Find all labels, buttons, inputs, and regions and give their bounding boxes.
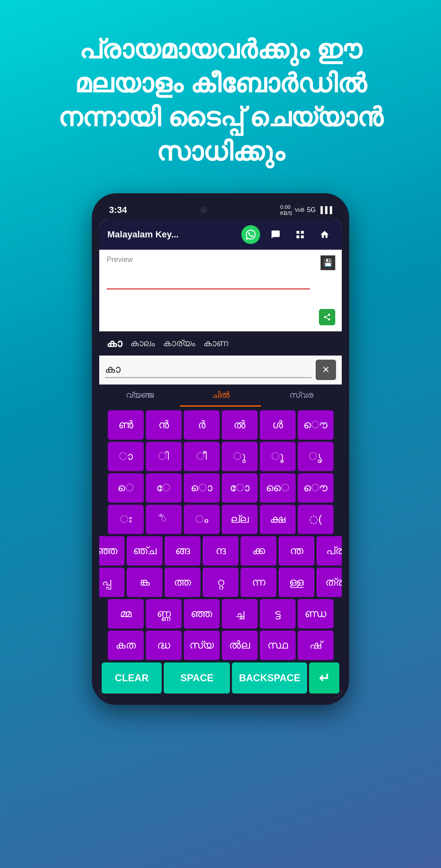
- key-ntha[interactable]: ന്ത: [278, 536, 314, 566]
- preview-label: Preview: [107, 255, 334, 264]
- key-visarga[interactable]: ◌ഃ: [108, 505, 144, 534]
- backspace-button[interactable]: BACKSPACE: [232, 662, 307, 694]
- key-kka[interactable]: ക്ക: [241, 536, 276, 566]
- tab-vyanjam[interactable]: വ്യഞ്ജ: [99, 385, 180, 407]
- kbd-row-3: ◌െ ◌േ ◌ൊ ◌ോ ◌ൈ ◌ൌ: [102, 473, 339, 503]
- promo-text: പ്രായമായവർക്കും ഈ മലയാളം കീബോർഡിൽ നന്നായ…: [24, 33, 416, 169]
- key-ppa[interactable]: പ്പ: [99, 568, 125, 597]
- key-njca[interactable]: ഞ്ച: [127, 536, 163, 566]
- key-lla[interactable]: ല്ല: [222, 505, 258, 534]
- app-screen: Malayalam Key... Preview 💾: [99, 219, 342, 698]
- kbd-row-7: മ്മ ണ്ണ ഞ്ഞ ച്ച ട്ട ണ്ഡ: [102, 599, 339, 629]
- key-ngka[interactable]: ങ്ക: [127, 568, 163, 597]
- key-nna2[interactable]: ണ്ണ: [146, 599, 182, 629]
- key-nda2[interactable]: ണ്ഡ: [298, 599, 334, 629]
- camera-dot: [200, 207, 207, 213]
- key-au-mark2[interactable]: ◌ൌ: [298, 473, 334, 503]
- key-sya[interactable]: സ്യ: [184, 631, 220, 660]
- key-i-mark[interactable]: ◌ി: [146, 442, 182, 471]
- suggestion-item-3[interactable]: കാണ: [203, 338, 228, 349]
- kbd-row-2: ◌ാ ◌ി ◌ീ ◌ു ◌ൂ ◌ൃ: [102, 442, 339, 471]
- key-r[interactable]: ർ: [184, 410, 220, 440]
- input-display: കാ: [105, 361, 312, 378]
- key-l[interactable]: ൽ: [222, 410, 258, 440]
- keyboard-tabs: വ്യഞ്ജ ചിൽ സ്വര: [99, 385, 342, 408]
- space-button[interactable]: SPACE: [164, 662, 230, 694]
- phone-frame: 3:34 0.00KB/S VoB 5G ▐▐▐ Malayalam Key..…: [92, 193, 349, 705]
- share-icon[interactable]: [319, 309, 335, 325]
- key-lla2[interactable]: ള്ള: [278, 568, 314, 597]
- key-au-mark[interactable]: ◌ൌ: [298, 410, 334, 440]
- grid-icon[interactable]: [291, 226, 309, 244]
- key-ri-mark[interactable]: ◌ൃ: [298, 442, 334, 471]
- key-ddha[interactable]: ദ്ധ: [146, 631, 182, 660]
- key-pra[interactable]: പ്ര: [316, 536, 342, 566]
- kbd-row-1: ൺ ൻ ർ ൽ ൾ ◌ൌ: [102, 410, 339, 440]
- key-chandrakala[interactable]: ◌ഁ: [146, 505, 182, 534]
- home-icon[interactable]: [316, 226, 334, 244]
- whatsapp-icon[interactable]: [241, 225, 260, 244]
- key-o-mark2[interactable]: ◌ൊ: [184, 473, 220, 503]
- key-nda[interactable]: ന്ദ: [203, 536, 238, 566]
- keyboard-grid: ൺ ൻ ർ ൽ ൾ ◌ൌ ◌ാ ◌ി ◌ീ ◌ു ◌ൂ ◌ൃ ◌െ: [99, 408, 342, 660]
- key-mma[interactable]: മ്മ: [108, 599, 144, 629]
- key-njnja2[interactable]: ഞ്ഞ: [184, 599, 220, 629]
- key-u-mark[interactable]: ◌ു: [222, 442, 258, 471]
- save-icon[interactable]: 💾: [321, 255, 335, 270]
- bars-icon: ▐▐▐: [318, 206, 332, 214]
- clear-button[interactable]: CLEAR: [102, 662, 162, 694]
- key-e-mark[interactable]: ◌േ: [146, 473, 182, 503]
- key-cca[interactable]: ച്ച: [222, 599, 258, 629]
- keyboard-bottom-row: CLEAR SPACE BACKSPACE ↵: [99, 660, 342, 698]
- key-thra[interactable]: ത്ര: [316, 568, 342, 597]
- key-rra[interactable]: റ്റ: [203, 568, 238, 597]
- key-nal[interactable]: ൺ: [108, 410, 144, 440]
- key-tta[interactable]: ട്ട: [260, 599, 296, 629]
- key-uu-mark[interactable]: ◌ൂ: [260, 442, 296, 471]
- promo-section: പ്രായമായവർക്കും ഈ മലയാളം കീബോർഡിൽ നന്നായ…: [0, 0, 441, 185]
- app-title: Malayalam Key...: [107, 229, 235, 240]
- kbd-row-6: പ്പ ങ്ക ത്ത റ്റ ന്ന ള്ള ത്ര: [102, 568, 339, 597]
- key-la2[interactable]: ല്‍ല: [222, 631, 258, 660]
- kbd-row-8: കത ദ്ധ സ്യ ല്‍ല സ്ഥ ഷ്: [102, 631, 339, 660]
- key-anusvara[interactable]: ◌ം: [184, 505, 220, 534]
- tab-chil[interactable]: ചിൽ: [180, 385, 261, 407]
- message-icon[interactable]: [267, 226, 285, 244]
- key-aa-mark[interactable]: ◌ാ: [108, 442, 144, 471]
- phone-time: 3:34: [109, 205, 127, 215]
- voip-icon: VoB: [295, 207, 305, 213]
- phone-camera: [192, 206, 216, 215]
- signal-icon: 5G: [307, 206, 316, 214]
- phone-status-icons: 0.00KB/S VoB 5G ▐▐▐: [280, 204, 332, 216]
- status-bar: 3:34 0.00KB/S VoB 5G ▐▐▐: [99, 201, 342, 219]
- key-ii-mark[interactable]: ◌ീ: [184, 442, 220, 471]
- key-ai-mark[interactable]: ◌ൈ: [260, 473, 296, 503]
- suggestion-main[interactable]: കാ: [107, 337, 122, 350]
- key-ngnga[interactable]: ങ്ങ: [165, 536, 200, 566]
- kbd-row-5: ഞ്ഞ ഞ്ച ങ്ങ ന്ദ ക്ക ന്ത പ്ര: [102, 536, 339, 566]
- tab-svaram[interactable]: സ്വര: [261, 385, 342, 407]
- input-row: കാ ✕: [99, 356, 342, 385]
- key-njnja[interactable]: ഞ്ഞ: [99, 536, 125, 566]
- key-lll[interactable]: ൾ: [260, 410, 296, 440]
- key-stha[interactable]: സ്ഥ: [260, 631, 296, 660]
- preview-area: Preview 💾: [99, 250, 342, 331]
- key-o-mark1[interactable]: ◌െ: [108, 473, 144, 503]
- phone-wrapper: 3:34 0.00KB/S VoB 5G ▐▐▐ Malayalam Key..…: [0, 185, 441, 721]
- enter-button[interactable]: ↵: [309, 662, 339, 694]
- app-topbar: Malayalam Key...: [99, 219, 342, 250]
- key-ksha[interactable]: ക്ഷ: [260, 505, 296, 534]
- key-ttha[interactable]: ത്ത: [165, 568, 200, 597]
- key-nn[interactable]: ൻ: [146, 410, 182, 440]
- suggestion-item-1[interactable]: കാലം: [130, 338, 155, 349]
- delete-button[interactable]: ✕: [316, 360, 336, 380]
- key-nna[interactable]: ന്ന: [241, 568, 276, 597]
- key-paren[interactable]: ◌(: [298, 505, 334, 534]
- preview-underline: [107, 289, 310, 289]
- network-status: 0.00KB/S: [280, 204, 292, 216]
- key-sh[interactable]: ഷ്: [298, 631, 334, 660]
- suggestion-item-2[interactable]: കാര്യം: [163, 338, 195, 349]
- key-oo-mark[interactable]: ◌ോ: [222, 473, 258, 503]
- suggestions-bar: കാ കാലം കാര്യം കാണ: [99, 331, 342, 356]
- key-katha[interactable]: കത: [108, 631, 144, 660]
